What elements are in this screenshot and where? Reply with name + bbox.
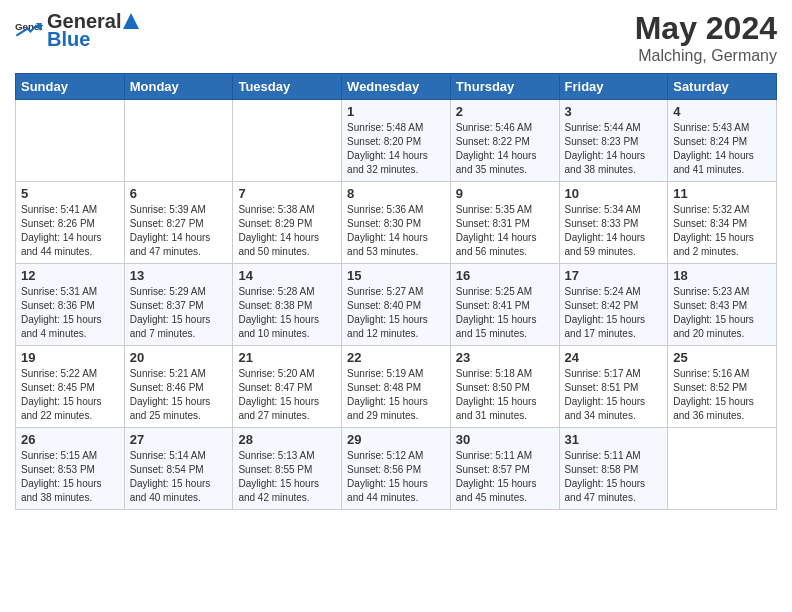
day-info: Sunrise: 5:34 AMSunset: 8:33 PMDaylight:… <box>565 203 663 259</box>
day-info: Sunrise: 5:29 AMSunset: 8:37 PMDaylight:… <box>130 285 228 341</box>
day-number: 14 <box>238 268 336 283</box>
day-info: Sunrise: 5:14 AMSunset: 8:54 PMDaylight:… <box>130 449 228 505</box>
day-number: 17 <box>565 268 663 283</box>
day-info: Sunrise: 5:24 AMSunset: 8:42 PMDaylight:… <box>565 285 663 341</box>
calendar-cell <box>124 100 233 182</box>
day-info: Sunrise: 5:16 AMSunset: 8:52 PMDaylight:… <box>673 367 771 423</box>
day-info: Sunrise: 5:32 AMSunset: 8:34 PMDaylight:… <box>673 203 771 259</box>
calendar-week-row: 26Sunrise: 5:15 AMSunset: 8:53 PMDayligh… <box>16 428 777 510</box>
calendar-cell: 11Sunrise: 5:32 AMSunset: 8:34 PMDayligh… <box>668 182 777 264</box>
day-info: Sunrise: 5:48 AMSunset: 8:20 PMDaylight:… <box>347 121 445 177</box>
day-number: 12 <box>21 268 119 283</box>
day-number: 27 <box>130 432 228 447</box>
day-number: 15 <box>347 268 445 283</box>
header-saturday: Saturday <box>668 74 777 100</box>
calendar-cell: 8Sunrise: 5:36 AMSunset: 8:30 PMDaylight… <box>342 182 451 264</box>
header-tuesday: Tuesday <box>233 74 342 100</box>
day-number: 29 <box>347 432 445 447</box>
day-number: 18 <box>673 268 771 283</box>
day-info: Sunrise: 5:18 AMSunset: 8:50 PMDaylight:… <box>456 367 554 423</box>
calendar-cell: 7Sunrise: 5:38 AMSunset: 8:29 PMDaylight… <box>233 182 342 264</box>
day-number: 31 <box>565 432 663 447</box>
calendar-cell <box>668 428 777 510</box>
day-info: Sunrise: 5:31 AMSunset: 8:36 PMDaylight:… <box>21 285 119 341</box>
day-info: Sunrise: 5:20 AMSunset: 8:47 PMDaylight:… <box>238 367 336 423</box>
calendar-week-row: 5Sunrise: 5:41 AMSunset: 8:26 PMDaylight… <box>16 182 777 264</box>
calendar-cell: 12Sunrise: 5:31 AMSunset: 8:36 PMDayligh… <box>16 264 125 346</box>
day-number: 24 <box>565 350 663 365</box>
logo-icon: General <box>15 16 43 44</box>
calendar-cell: 21Sunrise: 5:20 AMSunset: 8:47 PMDayligh… <box>233 346 342 428</box>
day-info: Sunrise: 5:11 AMSunset: 8:58 PMDaylight:… <box>565 449 663 505</box>
day-info: Sunrise: 5:19 AMSunset: 8:48 PMDaylight:… <box>347 367 445 423</box>
calendar-cell: 24Sunrise: 5:17 AMSunset: 8:51 PMDayligh… <box>559 346 668 428</box>
calendar-cell: 6Sunrise: 5:39 AMSunset: 8:27 PMDaylight… <box>124 182 233 264</box>
day-info: Sunrise: 5:39 AMSunset: 8:27 PMDaylight:… <box>130 203 228 259</box>
day-info: Sunrise: 5:21 AMSunset: 8:46 PMDaylight:… <box>130 367 228 423</box>
day-info: Sunrise: 5:11 AMSunset: 8:57 PMDaylight:… <box>456 449 554 505</box>
day-info: Sunrise: 5:28 AMSunset: 8:38 PMDaylight:… <box>238 285 336 341</box>
day-info: Sunrise: 5:17 AMSunset: 8:51 PMDaylight:… <box>565 367 663 423</box>
calendar-cell: 3Sunrise: 5:44 AMSunset: 8:23 PMDaylight… <box>559 100 668 182</box>
day-info: Sunrise: 5:12 AMSunset: 8:56 PMDaylight:… <box>347 449 445 505</box>
day-info: Sunrise: 5:27 AMSunset: 8:40 PMDaylight:… <box>347 285 445 341</box>
day-number: 21 <box>238 350 336 365</box>
calendar-cell: 28Sunrise: 5:13 AMSunset: 8:55 PMDayligh… <box>233 428 342 510</box>
day-number: 3 <box>565 104 663 119</box>
calendar-cell: 18Sunrise: 5:23 AMSunset: 8:43 PMDayligh… <box>668 264 777 346</box>
location-subtitle: Malching, Germany <box>635 47 777 65</box>
day-number: 6 <box>130 186 228 201</box>
header-sunday: Sunday <box>16 74 125 100</box>
calendar-cell: 23Sunrise: 5:18 AMSunset: 8:50 PMDayligh… <box>450 346 559 428</box>
day-info: Sunrise: 5:43 AMSunset: 8:24 PMDaylight:… <box>673 121 771 177</box>
calendar-week-row: 12Sunrise: 5:31 AMSunset: 8:36 PMDayligh… <box>16 264 777 346</box>
svg-marker-2 <box>123 13 139 29</box>
calendar-cell <box>16 100 125 182</box>
title-block: May 2024 Malching, Germany <box>635 10 777 65</box>
day-number: 28 <box>238 432 336 447</box>
header-thursday: Thursday <box>450 74 559 100</box>
day-number: 4 <box>673 104 771 119</box>
day-number: 10 <box>565 186 663 201</box>
month-year-title: May 2024 <box>635 10 777 47</box>
day-number: 1 <box>347 104 445 119</box>
calendar-cell: 29Sunrise: 5:12 AMSunset: 8:56 PMDayligh… <box>342 428 451 510</box>
day-number: 23 <box>456 350 554 365</box>
calendar-cell: 20Sunrise: 5:21 AMSunset: 8:46 PMDayligh… <box>124 346 233 428</box>
day-number: 13 <box>130 268 228 283</box>
day-number: 19 <box>21 350 119 365</box>
calendar-cell <box>233 100 342 182</box>
day-info: Sunrise: 5:41 AMSunset: 8:26 PMDaylight:… <box>21 203 119 259</box>
calendar-week-row: 1Sunrise: 5:48 AMSunset: 8:20 PMDaylight… <box>16 100 777 182</box>
day-number: 16 <box>456 268 554 283</box>
logo-blue: Blue <box>47 28 141 50</box>
day-info: Sunrise: 5:46 AMSunset: 8:22 PMDaylight:… <box>456 121 554 177</box>
day-number: 25 <box>673 350 771 365</box>
day-info: Sunrise: 5:23 AMSunset: 8:43 PMDaylight:… <box>673 285 771 341</box>
calendar-cell: 5Sunrise: 5:41 AMSunset: 8:26 PMDaylight… <box>16 182 125 264</box>
calendar-cell: 14Sunrise: 5:28 AMSunset: 8:38 PMDayligh… <box>233 264 342 346</box>
day-number: 26 <box>21 432 119 447</box>
calendar-cell: 19Sunrise: 5:22 AMSunset: 8:45 PMDayligh… <box>16 346 125 428</box>
calendar-cell: 16Sunrise: 5:25 AMSunset: 8:41 PMDayligh… <box>450 264 559 346</box>
day-info: Sunrise: 5:35 AMSunset: 8:31 PMDaylight:… <box>456 203 554 259</box>
calendar-cell: 1Sunrise: 5:48 AMSunset: 8:20 PMDaylight… <box>342 100 451 182</box>
day-info: Sunrise: 5:44 AMSunset: 8:23 PMDaylight:… <box>565 121 663 177</box>
day-number: 9 <box>456 186 554 201</box>
logo: General General Blue <box>15 10 141 50</box>
calendar-cell: 17Sunrise: 5:24 AMSunset: 8:42 PMDayligh… <box>559 264 668 346</box>
header-monday: Monday <box>124 74 233 100</box>
header-wednesday: Wednesday <box>342 74 451 100</box>
calendar-cell: 10Sunrise: 5:34 AMSunset: 8:33 PMDayligh… <box>559 182 668 264</box>
calendar-cell: 26Sunrise: 5:15 AMSunset: 8:53 PMDayligh… <box>16 428 125 510</box>
day-info: Sunrise: 5:22 AMSunset: 8:45 PMDaylight:… <box>21 367 119 423</box>
calendar-cell: 13Sunrise: 5:29 AMSunset: 8:37 PMDayligh… <box>124 264 233 346</box>
day-info: Sunrise: 5:15 AMSunset: 8:53 PMDaylight:… <box>21 449 119 505</box>
calendar-cell: 25Sunrise: 5:16 AMSunset: 8:52 PMDayligh… <box>668 346 777 428</box>
calendar-cell: 30Sunrise: 5:11 AMSunset: 8:57 PMDayligh… <box>450 428 559 510</box>
calendar-header-row: SundayMondayTuesdayWednesdayThursdayFrid… <box>16 74 777 100</box>
calendar-cell: 27Sunrise: 5:14 AMSunset: 8:54 PMDayligh… <box>124 428 233 510</box>
calendar-cell: 22Sunrise: 5:19 AMSunset: 8:48 PMDayligh… <box>342 346 451 428</box>
calendar-cell: 2Sunrise: 5:46 AMSunset: 8:22 PMDaylight… <box>450 100 559 182</box>
day-number: 7 <box>238 186 336 201</box>
